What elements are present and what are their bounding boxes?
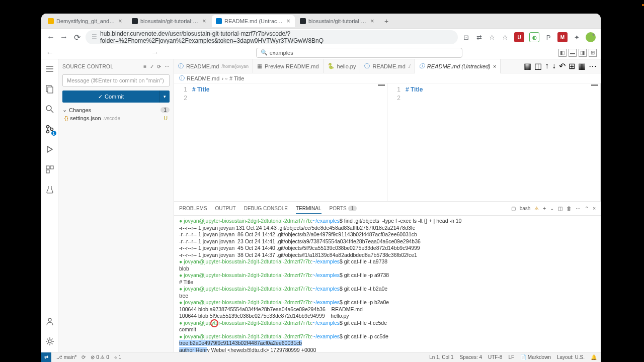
translate-icon[interactable]: ⇄	[475, 33, 483, 41]
shell-label[interactable]: bash	[520, 206, 531, 211]
revert-icon[interactable]: ↶	[559, 61, 566, 71]
back-button[interactable]: ←	[46, 33, 55, 42]
toggle-primary-sidebar-icon[interactable]: ◧	[558, 49, 567, 57]
close-panel-icon[interactable]: ×	[593, 206, 596, 211]
split-terminal-icon[interactable]: ◫	[558, 206, 562, 211]
changes-label: Changes	[69, 107, 91, 113]
view-as-tree-icon[interactable]: ≡	[143, 64, 146, 69]
minimap[interactable]	[378, 84, 385, 86]
browser-tab-0[interactable]: Demystifying_git_and_github×	[44, 15, 127, 27]
extensions-icon[interactable]: ✦	[573, 33, 581, 41]
explorer-icon[interactable]	[44, 83, 55, 95]
editor-tab-active[interactable]: ⓘREADME.md (Untracked)×	[415, 59, 501, 73]
new-terminal-icon[interactable]: +	[543, 206, 546, 211]
tab-ports[interactable]: PORTS 1	[330, 204, 357, 213]
close-icon[interactable]: ×	[493, 63, 496, 69]
search-icon[interactable]	[44, 104, 55, 115]
branch-indicator[interactable]: ⎇ main*	[56, 354, 76, 360]
browser-tab-3[interactable]: biosustain/git-tutorial: VS Co×	[296, 15, 379, 27]
testing-icon[interactable]	[44, 184, 55, 195]
editor-tab[interactable]: 🐍hello.py	[324, 59, 361, 73]
symbol-icon: ▫	[225, 75, 227, 81]
warning-icon[interactable]: ⚠	[534, 206, 539, 211]
arrow-down-icon[interactable]: ↓	[552, 61, 556, 71]
file-path: .vscode	[103, 116, 120, 121]
indentation[interactable]: Spaces: 4	[460, 354, 482, 360]
site-info-icon[interactable]: ☰	[92, 34, 97, 41]
editor-left[interactable]: 12 # Title	[174, 83, 387, 201]
preview-icon[interactable]: ▦	[578, 61, 586, 71]
extension-icon[interactable]: P	[544, 33, 552, 41]
minimap[interactable]	[591, 84, 598, 86]
bookmark-icon[interactable]: ☆	[501, 33, 509, 41]
split-editor-icon[interactable]: ◫	[534, 61, 542, 71]
breadcrumb[interactable]: ⓘ README.md › ▫ # Title	[174, 73, 601, 83]
toggle-secondary-sidebar-icon[interactable]: ◨	[579, 49, 587, 57]
editor-tab[interactable]: ▦Preview README.md	[253, 59, 324, 73]
more-icon[interactable]: ⋯	[589, 61, 597, 71]
install-icon[interactable]: ⊡	[462, 33, 470, 41]
keyboard-layout[interactable]: Layout: U.S.	[557, 354, 585, 360]
editor-right[interactable]: 12 # Title	[387, 83, 601, 201]
commit-icon[interactable]: ✓	[150, 64, 154, 69]
forward-button[interactable]: →	[59, 33, 68, 42]
notifications-icon[interactable]: 🔔	[591, 354, 597, 360]
tab-terminal[interactable]: TERMINAL	[296, 204, 321, 214]
reload-button[interactable]: ⟳	[72, 33, 82, 42]
problems-indicator[interactable]: ⊘ 0 ⚠ 0	[91, 354, 109, 360]
toggle-panel-icon[interactable]: ▬	[569, 49, 577, 57]
window-menu[interactable]: ▾	[592, 32, 595, 37]
sync-indicator[interactable]: ⟳	[82, 354, 86, 360]
customize-layout-icon[interactable]: ⊞	[589, 49, 597, 57]
nav-back-button[interactable]: ←	[45, 48, 54, 57]
svg-rect-8	[50, 166, 53, 169]
arrow-up-icon[interactable]: ↑	[545, 61, 549, 71]
commit-button[interactable]: ✓ Commit	[62, 90, 159, 103]
browser-tab-1[interactable]: biosustain/git-tutorial: VS Co×	[128, 15, 211, 27]
close-icon[interactable]: ×	[118, 18, 123, 24]
accounts-icon[interactable]	[44, 316, 55, 327]
toggle-icon[interactable]: ⊞	[569, 61, 575, 71]
extension-icon[interactable]: ◐	[529, 32, 539, 42]
editor-tab[interactable]: ⓘREADME.md/home/jovyan	[174, 59, 253, 73]
source-control-icon[interactable]: 1	[44, 124, 55, 135]
tab-problems[interactable]: PROBLEMS	[179, 204, 207, 213]
cursor-position[interactable]: Ln 1, Col 1	[429, 354, 453, 360]
more-icon[interactable]: ⋯	[165, 64, 170, 69]
url-input[interactable]: ☰ hub.binder.curvenote.dev/user/biosusta…	[86, 30, 458, 44]
encoding[interactable]: UTF-8	[488, 354, 502, 360]
extensions-icon[interactable]	[44, 164, 55, 175]
terminal-content[interactable]: ● jovyan@jupyter-biosustain-2dgit-2dtuto…	[174, 216, 601, 352]
settings-icon[interactable]	[44, 336, 55, 347]
tab-output[interactable]: OUTPUT	[215, 204, 236, 213]
refresh-icon[interactable]: ⟳	[157, 64, 162, 69]
command-center[interactable]: 🔍 examples	[256, 48, 462, 58]
new-tab-button[interactable]: +	[381, 16, 391, 26]
extension-icon[interactable]: M	[557, 32, 568, 42]
commit-message-input[interactable]: Message (⌘Enter to commit on "main")	[62, 74, 170, 86]
share-icon[interactable]: ☆	[488, 33, 496, 41]
ports-indicator[interactable]: ⟐ 1	[114, 354, 121, 360]
run-debug-icon[interactable]	[44, 144, 55, 155]
editor-tab[interactable]: ⓘREADME.md./	[360, 59, 415, 73]
more-icon[interactable]: ⋯	[576, 206, 581, 211]
language-mode[interactable]: 📄 Markdown	[520, 354, 551, 360]
open-changes-icon[interactable]: ▦	[524, 61, 531, 71]
chevron-down-icon[interactable]: ⌄	[550, 206, 554, 211]
tab-debug-console[interactable]: DEBUG CONSOLE	[244, 204, 288, 213]
changes-section[interactable]: ⌄ Changes 1	[58, 106, 174, 114]
extension-icon[interactable]: U	[514, 32, 524, 42]
close-icon[interactable]: ×	[202, 18, 207, 24]
commit-dropdown[interactable]: ▾	[159, 90, 170, 103]
changed-file-row[interactable]: {} settings.json .vscode U	[58, 114, 174, 122]
eol[interactable]: LF	[508, 354, 514, 360]
filter-icon[interactable]: ▢	[511, 206, 516, 211]
maximize-icon[interactable]: ⌃	[585, 206, 589, 211]
nav-forward-button[interactable]: →	[150, 48, 159, 57]
browser-tab-2[interactable]: README.md (Untracked) (RE×	[212, 15, 295, 27]
close-icon[interactable]: ×	[370, 18, 375, 24]
close-icon[interactable]: ×	[286, 18, 291, 24]
menu-icon[interactable]	[44, 63, 55, 74]
kill-terminal-icon[interactable]: 🗑	[567, 206, 572, 211]
remote-indicator[interactable]: ⇄	[41, 352, 51, 363]
